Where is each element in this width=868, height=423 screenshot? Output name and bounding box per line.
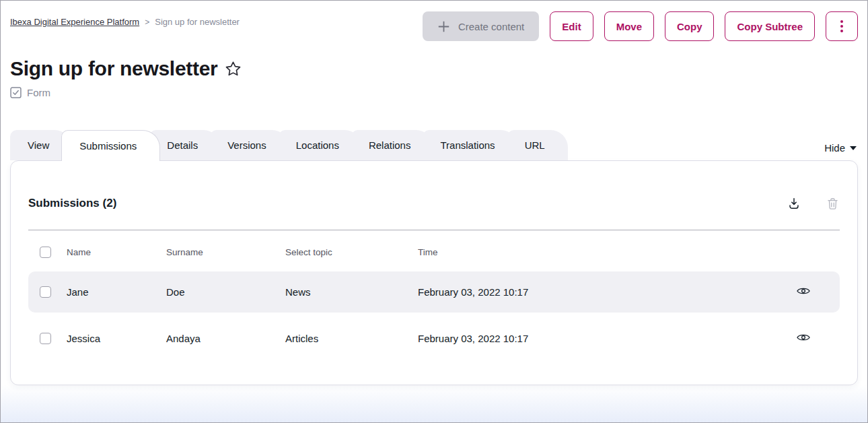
eye-icon[interactable] xyxy=(797,286,810,296)
copy-button[interactable]: Copy xyxy=(665,11,715,41)
create-content-label: Create content xyxy=(458,21,524,32)
select-all-checkbox[interactable] xyxy=(40,247,51,258)
cell-topic: Articles xyxy=(285,318,418,359)
tab-locations[interactable]: Locations xyxy=(279,130,362,160)
column-header-surname: Surname xyxy=(166,236,285,266)
kebab-menu-icon xyxy=(840,20,843,32)
column-header-topic: Select topic xyxy=(285,236,418,266)
page-title-row: Sign up for newsletter xyxy=(10,56,858,82)
move-button[interactable]: Move xyxy=(604,11,654,41)
plus-icon xyxy=(437,20,450,33)
cell-name: Jane xyxy=(67,271,166,313)
table-row: Jessica Andaya Articles February 03, 202… xyxy=(28,318,840,359)
panel-header: Submissions (2) xyxy=(28,161,840,211)
tab-submissions[interactable]: Submissions xyxy=(61,130,160,161)
tab-versions[interactable]: Versions xyxy=(210,130,289,160)
row-checkbox[interactable] xyxy=(40,333,51,344)
table-row: Jane Doe News February 03, 2022 10:17 xyxy=(28,271,840,313)
cell-surname: Doe xyxy=(166,271,285,313)
panel-header-icons xyxy=(787,196,840,211)
download-icon[interactable] xyxy=(787,196,801,211)
breadcrumb-separator: > xyxy=(145,18,149,27)
tab-bar: View Submissions Details Versions Locati… xyxy=(10,129,858,160)
hide-tabs-control[interactable]: Hide xyxy=(824,142,858,160)
content-type-row: Form xyxy=(10,86,858,99)
cell-time: February 03, 2022 10:17 xyxy=(418,318,786,359)
cell-topic: News xyxy=(285,271,418,313)
submissions-table-wrap: Name Surname Select topic Time Jane Doe … xyxy=(28,230,840,364)
column-header-name: Name xyxy=(67,236,166,266)
column-header-time: Time xyxy=(418,236,786,266)
action-buttons: Create content Edit Move Copy Copy Subtr… xyxy=(423,11,858,41)
cell-surname: Andaya xyxy=(166,318,285,359)
cell-name: Jessica xyxy=(67,318,166,359)
cell-time: February 03, 2022 10:17 xyxy=(418,271,786,313)
eye-icon[interactable] xyxy=(797,333,810,342)
caret-down-icon xyxy=(850,146,857,150)
checkbox-checked-icon xyxy=(10,87,22,98)
row-checkbox[interactable] xyxy=(40,286,51,298)
more-actions-button[interactable] xyxy=(826,11,858,41)
top-bar: Ibexa Digital Experience Platform > Sign… xyxy=(1,1,867,41)
trash-icon[interactable] xyxy=(826,197,840,211)
breadcrumb: Ibexa Digital Experience Platform > Sign… xyxy=(10,11,240,27)
tab-translations[interactable]: Translations xyxy=(423,130,517,160)
star-icon[interactable] xyxy=(224,60,242,78)
submissions-panel: Submissions (2) xyxy=(10,160,858,385)
hide-label: Hide xyxy=(824,142,845,154)
content-type-label: Form xyxy=(27,87,50,98)
breadcrumb-current: Sign up for newsletter xyxy=(155,17,240,27)
submissions-heading: Submissions (2) xyxy=(28,197,116,210)
submissions-table: Name Surname Select topic Time Jane Doe … xyxy=(28,230,840,364)
edit-button[interactable]: Edit xyxy=(550,11,593,41)
breadcrumb-root-link[interactable]: Ibexa Digital Experience Platform xyxy=(10,17,139,27)
page-title: Sign up for newsletter xyxy=(10,56,217,82)
tab-relations[interactable]: Relations xyxy=(351,130,434,160)
table-header-row: Name Surname Select topic Time xyxy=(28,236,840,266)
copy-subtree-button[interactable]: Copy Subtree xyxy=(725,11,815,41)
create-content-button[interactable]: Create content xyxy=(423,11,539,41)
tab-details[interactable]: Details xyxy=(149,130,221,160)
